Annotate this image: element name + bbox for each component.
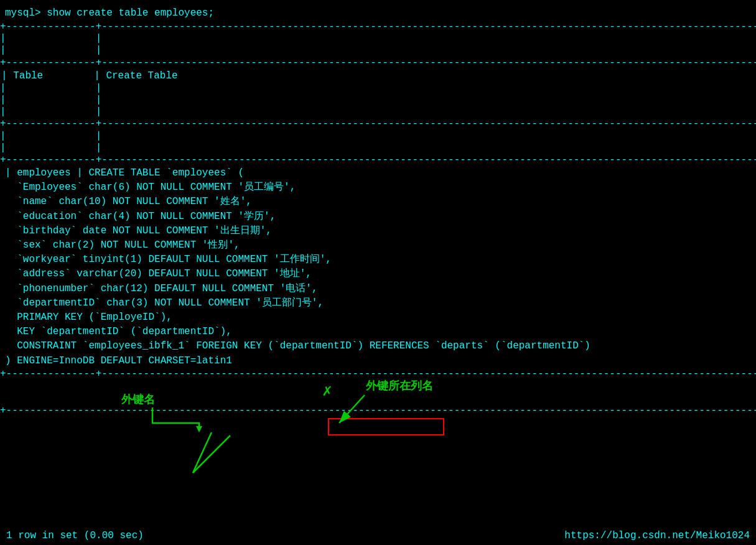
svg-text:✗: ✗	[322, 382, 332, 401]
svg-text:外键所在列名: 外键所在列名	[365, 380, 433, 392]
terminal-window: mysql> show create table employees; +---…	[0, 0, 756, 545]
svg-rect-0	[329, 419, 444, 435]
svg-marker-4	[196, 426, 202, 432]
annotation-layer: 外键名 ✗ 外键所在列名	[0, 0, 756, 545]
svg-text:外键名: 外键名	[121, 393, 155, 406]
